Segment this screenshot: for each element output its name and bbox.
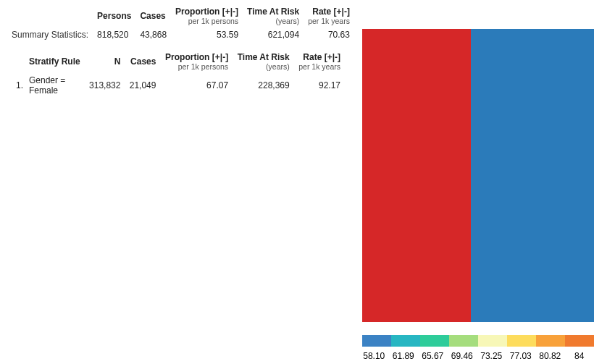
legend-tick: 80.82 xyxy=(535,351,565,361)
summary-persons: 818,520 xyxy=(93,27,135,42)
legend-ticks: 58.10 61.89 65.67 69.46 73.25 77.03 80.8… xyxy=(359,351,594,361)
legend-swatch xyxy=(507,335,536,347)
col-tar: Time At Risk (years) xyxy=(233,45,294,73)
legend-swatch xyxy=(391,335,420,347)
col-proportion: Proportion [+|-] per 1k persons xyxy=(160,45,233,73)
summary-cases: 43,868 xyxy=(135,27,171,42)
stratify-header-row: Stratify Rule N Cases Proportion [+|-] p… xyxy=(7,45,345,73)
col-persons: Persons xyxy=(93,4,135,27)
legend-tick: 77.03 xyxy=(506,351,536,361)
block-female[interactable] xyxy=(362,29,471,322)
col-proportion: Proportion [+|-] per 1k persons xyxy=(171,4,243,27)
summary-table: Persons Cases Proportion [+|-] per 1k pe… xyxy=(7,4,354,42)
row-cases: 21,049 xyxy=(125,73,160,98)
col-n: N xyxy=(85,45,125,73)
treemap-chart[interactable] xyxy=(362,29,594,322)
row-proportion: 67.07 xyxy=(160,73,233,98)
summary-row: Summary Statistics: 818,520 43,868 53.59… xyxy=(7,27,354,42)
col-rate: Rate [+|-] per 1k years xyxy=(294,45,345,73)
stratify-table: Stratify Rule N Cases Proportion [+|-] p… xyxy=(7,45,345,98)
legend-swatch xyxy=(536,335,565,347)
legend-tick: 73.25 xyxy=(477,351,506,361)
block-remainder[interactable] xyxy=(471,29,594,322)
table-row[interactable]: 1. Gender = Female 313,832 21,049 67.07 … xyxy=(7,73,345,98)
col-rate: Rate [+|-] per 1k years xyxy=(304,4,354,27)
row-rate: 92.17 xyxy=(294,73,345,98)
col-tar: Time At Risk (years) xyxy=(243,4,304,27)
summary-rate: 70.63 xyxy=(304,27,354,42)
row-tar: 228,369 xyxy=(233,73,294,98)
summary-tar: 621,094 xyxy=(243,27,304,42)
row-index: 1. xyxy=(7,73,25,98)
legend-swatch xyxy=(420,335,449,347)
legend-swatch xyxy=(362,335,391,347)
col-cases: Cases xyxy=(125,45,160,73)
chart-panel: 58.10 61.89 65.67 69.46 73.25 77.03 80.8… xyxy=(348,0,594,364)
tables-panel: Persons Cases Proportion [+|-] per 1k pe… xyxy=(0,0,348,364)
row-n: 313,832 xyxy=(85,73,125,98)
legend-swatch xyxy=(565,335,594,347)
summary-proportion: 53.59 xyxy=(171,27,243,42)
col-cases: Cases xyxy=(135,4,171,27)
legend-tick: 65.67 xyxy=(418,351,448,361)
legend-colorbar xyxy=(362,335,594,347)
legend-tick: 84 xyxy=(565,351,595,361)
legend-swatch xyxy=(449,335,478,347)
legend-tick: 61.89 xyxy=(389,351,419,361)
legend-tick: 69.46 xyxy=(448,351,477,361)
row-rule: Gender = Female xyxy=(25,73,85,98)
legend-tick: 58.10 xyxy=(359,351,389,361)
legend-swatch xyxy=(478,335,507,347)
col-rule: Stratify Rule xyxy=(25,45,85,73)
summary-header-row: Persons Cases Proportion [+|-] per 1k pe… xyxy=(7,4,354,27)
summary-label: Summary Statistics: xyxy=(7,27,93,42)
